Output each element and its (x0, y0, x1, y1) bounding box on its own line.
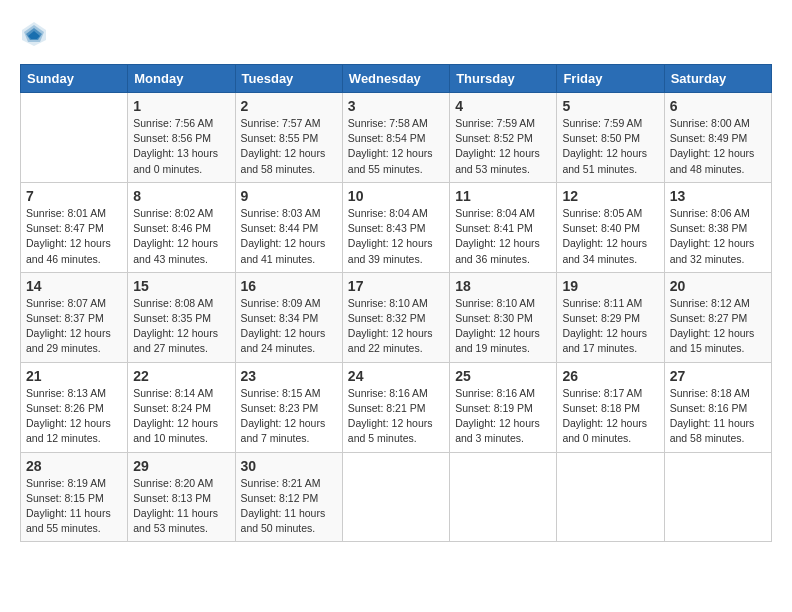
day-info: Sunrise: 8:20 AM Sunset: 8:13 PM Dayligh… (133, 476, 229, 537)
calendar-cell: 28Sunrise: 8:19 AM Sunset: 8:15 PM Dayli… (21, 452, 128, 542)
day-info: Sunrise: 7:56 AM Sunset: 8:56 PM Dayligh… (133, 116, 229, 177)
day-number: 26 (562, 368, 658, 384)
day-info: Sunrise: 8:12 AM Sunset: 8:27 PM Dayligh… (670, 296, 766, 357)
calendar-cell: 16Sunrise: 8:09 AM Sunset: 8:34 PM Dayli… (235, 272, 342, 362)
day-number: 9 (241, 188, 337, 204)
day-info: Sunrise: 8:08 AM Sunset: 8:35 PM Dayligh… (133, 296, 229, 357)
calendar-week-4: 21Sunrise: 8:13 AM Sunset: 8:26 PM Dayli… (21, 362, 772, 452)
day-number: 17 (348, 278, 444, 294)
day-info: Sunrise: 8:05 AM Sunset: 8:40 PM Dayligh… (562, 206, 658, 267)
calendar-cell (664, 452, 771, 542)
day-info: Sunrise: 8:04 AM Sunset: 8:41 PM Dayligh… (455, 206, 551, 267)
day-number: 10 (348, 188, 444, 204)
day-info: Sunrise: 8:03 AM Sunset: 8:44 PM Dayligh… (241, 206, 337, 267)
calendar-cell: 4Sunrise: 7:59 AM Sunset: 8:52 PM Daylig… (450, 93, 557, 183)
day-info: Sunrise: 8:00 AM Sunset: 8:49 PM Dayligh… (670, 116, 766, 177)
calendar-week-5: 28Sunrise: 8:19 AM Sunset: 8:15 PM Dayli… (21, 452, 772, 542)
calendar-cell: 6Sunrise: 8:00 AM Sunset: 8:49 PM Daylig… (664, 93, 771, 183)
day-info: Sunrise: 8:15 AM Sunset: 8:23 PM Dayligh… (241, 386, 337, 447)
weekday-header-thursday: Thursday (450, 65, 557, 93)
calendar-cell: 9Sunrise: 8:03 AM Sunset: 8:44 PM Daylig… (235, 182, 342, 272)
day-number: 7 (26, 188, 122, 204)
calendar-cell: 3Sunrise: 7:58 AM Sunset: 8:54 PM Daylig… (342, 93, 449, 183)
weekday-header-wednesday: Wednesday (342, 65, 449, 93)
calendar-cell: 7Sunrise: 8:01 AM Sunset: 8:47 PM Daylig… (21, 182, 128, 272)
day-number: 13 (670, 188, 766, 204)
calendar-cell: 21Sunrise: 8:13 AM Sunset: 8:26 PM Dayli… (21, 362, 128, 452)
day-number: 20 (670, 278, 766, 294)
day-number: 5 (562, 98, 658, 114)
day-info: Sunrise: 7:59 AM Sunset: 8:52 PM Dayligh… (455, 116, 551, 177)
calendar-cell: 12Sunrise: 8:05 AM Sunset: 8:40 PM Dayli… (557, 182, 664, 272)
calendar-week-1: 1Sunrise: 7:56 AM Sunset: 8:56 PM Daylig… (21, 93, 772, 183)
calendar-cell (450, 452, 557, 542)
day-info: Sunrise: 8:06 AM Sunset: 8:38 PM Dayligh… (670, 206, 766, 267)
day-info: Sunrise: 8:16 AM Sunset: 8:21 PM Dayligh… (348, 386, 444, 447)
calendar-cell: 29Sunrise: 8:20 AM Sunset: 8:13 PM Dayli… (128, 452, 235, 542)
calendar-cell: 11Sunrise: 8:04 AM Sunset: 8:41 PM Dayli… (450, 182, 557, 272)
day-info: Sunrise: 8:17 AM Sunset: 8:18 PM Dayligh… (562, 386, 658, 447)
calendar-week-3: 14Sunrise: 8:07 AM Sunset: 8:37 PM Dayli… (21, 272, 772, 362)
day-number: 18 (455, 278, 551, 294)
page-header (20, 20, 772, 48)
logo-icon (20, 20, 48, 48)
day-number: 6 (670, 98, 766, 114)
day-info: Sunrise: 8:19 AM Sunset: 8:15 PM Dayligh… (26, 476, 122, 537)
calendar-table: SundayMondayTuesdayWednesdayThursdayFrid… (20, 64, 772, 542)
day-number: 23 (241, 368, 337, 384)
day-number: 16 (241, 278, 337, 294)
logo (20, 20, 52, 48)
calendar-cell (557, 452, 664, 542)
day-number: 19 (562, 278, 658, 294)
day-info: Sunrise: 8:10 AM Sunset: 8:30 PM Dayligh… (455, 296, 551, 357)
calendar-cell: 22Sunrise: 8:14 AM Sunset: 8:24 PM Dayli… (128, 362, 235, 452)
day-number: 22 (133, 368, 229, 384)
day-number: 21 (26, 368, 122, 384)
calendar-cell: 19Sunrise: 8:11 AM Sunset: 8:29 PM Dayli… (557, 272, 664, 362)
calendar-cell (21, 93, 128, 183)
day-number: 8 (133, 188, 229, 204)
day-info: Sunrise: 8:07 AM Sunset: 8:37 PM Dayligh… (26, 296, 122, 357)
calendar-cell: 13Sunrise: 8:06 AM Sunset: 8:38 PM Dayli… (664, 182, 771, 272)
day-info: Sunrise: 8:02 AM Sunset: 8:46 PM Dayligh… (133, 206, 229, 267)
calendar-cell: 26Sunrise: 8:17 AM Sunset: 8:18 PM Dayli… (557, 362, 664, 452)
calendar-cell: 8Sunrise: 8:02 AM Sunset: 8:46 PM Daylig… (128, 182, 235, 272)
day-info: Sunrise: 8:13 AM Sunset: 8:26 PM Dayligh… (26, 386, 122, 447)
day-info: Sunrise: 8:11 AM Sunset: 8:29 PM Dayligh… (562, 296, 658, 357)
day-number: 3 (348, 98, 444, 114)
calendar-cell: 24Sunrise: 8:16 AM Sunset: 8:21 PM Dayli… (342, 362, 449, 452)
calendar-cell: 30Sunrise: 8:21 AM Sunset: 8:12 PM Dayli… (235, 452, 342, 542)
day-info: Sunrise: 8:01 AM Sunset: 8:47 PM Dayligh… (26, 206, 122, 267)
day-info: Sunrise: 8:10 AM Sunset: 8:32 PM Dayligh… (348, 296, 444, 357)
weekday-header-saturday: Saturday (664, 65, 771, 93)
weekday-header-sunday: Sunday (21, 65, 128, 93)
day-number: 24 (348, 368, 444, 384)
day-info: Sunrise: 7:57 AM Sunset: 8:55 PM Dayligh… (241, 116, 337, 177)
calendar-cell: 1Sunrise: 7:56 AM Sunset: 8:56 PM Daylig… (128, 93, 235, 183)
weekday-header-friday: Friday (557, 65, 664, 93)
calendar-cell: 20Sunrise: 8:12 AM Sunset: 8:27 PM Dayli… (664, 272, 771, 362)
calendar-cell: 18Sunrise: 8:10 AM Sunset: 8:30 PM Dayli… (450, 272, 557, 362)
weekday-header-row: SundayMondayTuesdayWednesdayThursdayFrid… (21, 65, 772, 93)
day-number: 14 (26, 278, 122, 294)
weekday-header-tuesday: Tuesday (235, 65, 342, 93)
calendar-cell: 2Sunrise: 7:57 AM Sunset: 8:55 PM Daylig… (235, 93, 342, 183)
weekday-header-monday: Monday (128, 65, 235, 93)
day-info: Sunrise: 8:04 AM Sunset: 8:43 PM Dayligh… (348, 206, 444, 267)
day-number: 1 (133, 98, 229, 114)
day-info: Sunrise: 7:59 AM Sunset: 8:50 PM Dayligh… (562, 116, 658, 177)
day-info: Sunrise: 8:21 AM Sunset: 8:12 PM Dayligh… (241, 476, 337, 537)
day-info: Sunrise: 8:16 AM Sunset: 8:19 PM Dayligh… (455, 386, 551, 447)
day-number: 2 (241, 98, 337, 114)
calendar-cell: 5Sunrise: 7:59 AM Sunset: 8:50 PM Daylig… (557, 93, 664, 183)
calendar-cell: 15Sunrise: 8:08 AM Sunset: 8:35 PM Dayli… (128, 272, 235, 362)
calendar-cell: 10Sunrise: 8:04 AM Sunset: 8:43 PM Dayli… (342, 182, 449, 272)
calendar-cell: 27Sunrise: 8:18 AM Sunset: 8:16 PM Dayli… (664, 362, 771, 452)
day-info: Sunrise: 8:14 AM Sunset: 8:24 PM Dayligh… (133, 386, 229, 447)
day-number: 30 (241, 458, 337, 474)
calendar-cell: 25Sunrise: 8:16 AM Sunset: 8:19 PM Dayli… (450, 362, 557, 452)
calendar-cell: 14Sunrise: 8:07 AM Sunset: 8:37 PM Dayli… (21, 272, 128, 362)
day-number: 12 (562, 188, 658, 204)
day-info: Sunrise: 7:58 AM Sunset: 8:54 PM Dayligh… (348, 116, 444, 177)
day-info: Sunrise: 8:09 AM Sunset: 8:34 PM Dayligh… (241, 296, 337, 357)
